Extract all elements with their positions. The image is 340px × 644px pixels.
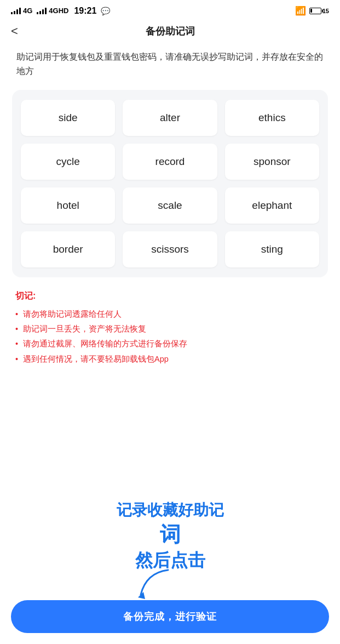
battery-body <box>309 8 321 14</box>
warning-item-2: 助记词一旦丢失，资产将无法恢复 <box>15 322 325 336</box>
battery-fill <box>310 9 312 13</box>
mnemonic-container: sidealterethicscyclerecordsponsorhotelsc… <box>12 90 328 277</box>
battery-indicator: 15 <box>309 8 329 14</box>
wifi-icon: 📶 <box>295 5 306 16</box>
mnemonic-word-8: scale <box>123 187 217 224</box>
mnemonic-word-6: sponsor <box>225 144 319 180</box>
warning-item-4: 遇到任何情况，请不要轻易卸载钱包App <box>15 352 325 366</box>
battery-pct: 15 <box>322 8 329 14</box>
mnemonic-word-9: elephant <box>225 187 319 224</box>
mnemonic-word-2: alter <box>123 100 217 136</box>
annotation-line1: 记录收藏好助记 <box>117 500 224 521</box>
warning-item-1: 请勿将助记词透露给任何人 <box>15 307 325 321</box>
signal-label-2: 4GHD <box>49 7 68 15</box>
status-left: 4G 4GHD 19:21 💬 <box>11 6 110 16</box>
status-right: 📶 15 <box>295 5 329 16</box>
svg-marker-0 <box>138 592 145 599</box>
signal-label-1: 4G <box>23 7 32 15</box>
mnemonic-grid: sidealterethicscyclerecordsponsorhotelsc… <box>21 100 319 267</box>
status-bar: 4G 4GHD 19:21 💬 📶 15 <box>0 0 340 19</box>
mnemonic-word-12: sting <box>225 231 319 267</box>
mnemonic-word-1: side <box>21 100 115 136</box>
warning-section: 切记: 请勿将助记词透露给任何人助记词一旦丢失，资产将无法恢复请勿通过截屏、网络… <box>0 290 340 384</box>
signal-icon-2 <box>37 8 47 14</box>
mnemonic-word-10: border <box>21 231 115 267</box>
status-time: 19:21 <box>74 6 96 16</box>
annotation-line3: 然后点击 <box>117 549 224 573</box>
annotation-line2: 词 <box>117 521 224 549</box>
signal-icon-1 <box>11 8 21 14</box>
back-button[interactable]: < <box>11 24 18 38</box>
nav-bar: < 备份助记词 <box>0 19 340 44</box>
mnemonic-word-4: cycle <box>21 144 115 180</box>
warning-item-3: 请勿通过截屏、网络传输的方式进行备份保存 <box>15 337 325 351</box>
mnemonic-word-11: scissors <box>123 231 217 267</box>
warning-list: 请勿将助记词透露给任何人助记词一旦丢失，资产将无法恢复请勿通过截屏、网络传输的方… <box>15 307 325 367</box>
wechat-icon: 💬 <box>101 7 110 15</box>
bottom-btn-wrap: 备份完成，进行验证 <box>11 600 329 633</box>
annotation-overlay: 记录收藏好助记 词 然后点击 <box>117 500 224 573</box>
page-title: 备份助记词 <box>146 25 195 38</box>
arrow-annotation <box>135 567 179 600</box>
mnemonic-word-3: ethics <box>225 100 319 136</box>
description-section: 助记词用于恢复钱包及重置钱包密码，请准确无误抄写助记词，并存放在安全的地方 <box>0 44 340 90</box>
warning-title: 切记: <box>15 290 325 302</box>
confirm-button[interactable]: 备份完成，进行验证 <box>11 600 329 633</box>
description-text: 助记词用于恢复钱包及重置钱包密码，请准确无误抄写助记词，并存放在安全的地方 <box>16 52 323 76</box>
mnemonic-word-7: hotel <box>21 187 115 224</box>
mnemonic-word-5: record <box>123 144 217 180</box>
